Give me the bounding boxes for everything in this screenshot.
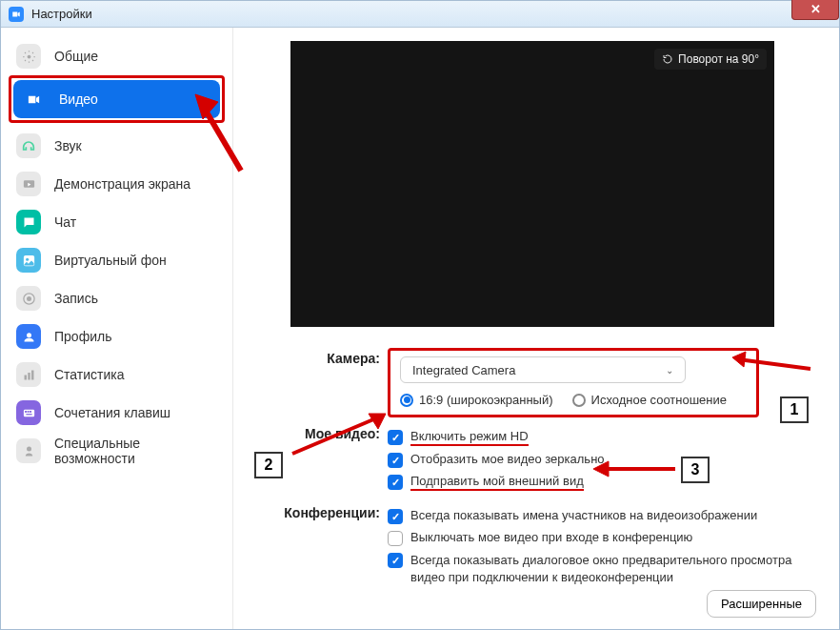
app-icon bbox=[9, 7, 24, 22]
checkbox-checked-icon bbox=[388, 509, 403, 524]
svg-rect-11 bbox=[25, 411, 27, 413]
svg-rect-14 bbox=[26, 414, 31, 415]
checkbox-checked-icon bbox=[388, 475, 403, 490]
preview-dialog-checkbox[interactable]: Всегда показывать диалоговое окно предва… bbox=[388, 552, 816, 585]
svg-rect-13 bbox=[30, 411, 31, 413]
sidebar-icon bbox=[16, 133, 41, 158]
titlebar: Настройки ✕ bbox=[1, 1, 839, 28]
window-title: Настройки bbox=[31, 7, 92, 21]
checkbox-unchecked-icon bbox=[388, 531, 403, 546]
svg-point-5 bbox=[27, 296, 31, 301]
aspect-16-9-label: 16:9 (широкоэкранный) bbox=[419, 393, 553, 407]
mirror-label: Отобразить мое видео зеркально bbox=[410, 452, 605, 466]
svg-point-3 bbox=[26, 257, 29, 260]
off-on-join-checkbox[interactable]: Выключать мое видео при входе в конферен… bbox=[388, 530, 816, 546]
content-pane: Поворот на 90° Камера: Integrated Camera… bbox=[233, 28, 839, 629]
sidebar-item-label: Демонстрация экрана bbox=[54, 176, 190, 192]
camera-select-value: Integrated Camera bbox=[412, 363, 515, 377]
annotation-3: 3 bbox=[681, 457, 710, 483]
meetings-label: Конференции: bbox=[256, 502, 388, 523]
sidebar-item-label: Общие bbox=[54, 49, 98, 64]
sidebar-icon bbox=[16, 362, 41, 387]
settings-window: Настройки ✕ ОбщиеВидеоЗвукДемонстрация э… bbox=[0, 0, 840, 630]
my-video-label: Мое видео: bbox=[256, 423, 388, 444]
rotate-icon bbox=[662, 53, 673, 65]
sidebar-icon bbox=[16, 286, 41, 311]
annotation-1: 1 bbox=[780, 396, 809, 423]
sidebar-item-label: Запись bbox=[54, 291, 98, 306]
sidebar-icon bbox=[16, 400, 41, 425]
sidebar-item-label: Чат bbox=[54, 214, 76, 230]
sidebar-item-10[interactable]: Специальные возможности bbox=[9, 432, 225, 470]
annotation-2: 2 bbox=[254, 452, 283, 478]
sidebar-item-4[interactable]: Чат bbox=[9, 203, 225, 241]
sidebar-item-8[interactable]: Статистика bbox=[9, 356, 225, 394]
sidebar-icon bbox=[16, 44, 41, 69]
sidebar-item-label: Звук bbox=[54, 138, 82, 153]
sidebar-item-label: Статистика bbox=[54, 367, 125, 382]
checkbox-checked-icon bbox=[388, 430, 403, 445]
preview-dialog-label: Всегда показывать диалоговое окно предва… bbox=[410, 552, 810, 585]
touchup-label: Подправить мой внешний вид bbox=[410, 474, 584, 491]
sidebar-item-5[interactable]: Виртуальный фон bbox=[9, 241, 225, 279]
sidebar-icon bbox=[16, 172, 41, 196]
sidebar-icon bbox=[16, 324, 41, 349]
sidebar-item-9[interactable]: Сочетания клавиш bbox=[9, 394, 225, 432]
svg-rect-7 bbox=[24, 375, 27, 379]
sidebar-icon bbox=[16, 210, 41, 234]
checkbox-checked-icon bbox=[388, 453, 403, 468]
sidebar-item-7[interactable]: Профиль bbox=[9, 317, 225, 356]
advanced-button[interactable]: Расширенные bbox=[707, 590, 816, 618]
svg-point-15 bbox=[27, 446, 31, 451]
camera-label: Камера: bbox=[256, 348, 388, 369]
sidebar-icon bbox=[16, 248, 41, 273]
sidebar: ОбщиеВидеоЗвукДемонстрация экранаЧатВирт… bbox=[1, 28, 233, 629]
sidebar-item-2[interactable]: Звук bbox=[9, 127, 225, 165]
aspect-16-9-radio[interactable]: 16:9 (широкоэкранный) bbox=[400, 393, 553, 407]
close-button[interactable]: ✕ bbox=[791, 0, 839, 20]
rotate-label: Поворот на 90° bbox=[678, 52, 759, 66]
svg-rect-8 bbox=[28, 373, 30, 380]
svg-point-6 bbox=[27, 333, 31, 337]
sidebar-item-label: Виртуальный фон bbox=[54, 253, 167, 268]
annotation-box-camera: Integrated Camera ⌄ 16:9 (широкоэкранный… bbox=[388, 348, 759, 417]
show-names-label: Всегда показывать имена участников на ви… bbox=[410, 508, 757, 522]
aspect-original-radio[interactable]: Исходное соотношение bbox=[572, 393, 728, 407]
annotation-box-sidebar: Видео bbox=[9, 75, 225, 123]
hd-label: Включить режим HD bbox=[410, 429, 529, 446]
sidebar-item-label: Сочетания клавиш bbox=[54, 405, 170, 420]
touchup-checkbox[interactable]: Подправить мой внешний вид bbox=[388, 474, 816, 491]
rotate-button[interactable]: Поворот на 90° bbox=[654, 49, 767, 70]
sidebar-item-label: Видео bbox=[59, 91, 98, 107]
svg-rect-12 bbox=[27, 411, 29, 413]
svg-rect-10 bbox=[23, 409, 33, 417]
video-preview: Поворот на 90° bbox=[290, 41, 774, 327]
svg-point-0 bbox=[27, 54, 30, 58]
checkbox-checked-icon bbox=[388, 553, 403, 568]
chevron-down-icon: ⌄ bbox=[666, 365, 673, 376]
camera-select[interactable]: Integrated Camera ⌄ bbox=[400, 356, 686, 383]
sidebar-item-label: Профиль bbox=[54, 329, 111, 344]
mirror-checkbox[interactable]: Отобразить мое видео зеркально bbox=[388, 452, 816, 468]
sidebar-icon bbox=[21, 87, 46, 112]
svg-rect-9 bbox=[31, 370, 34, 379]
hd-checkbox[interactable]: Включить режим HD bbox=[388, 429, 816, 446]
aspect-original-label: Исходное соотношение bbox=[591, 393, 728, 407]
sidebar-item-1[interactable]: Видео bbox=[13, 80, 220, 118]
sidebar-item-3[interactable]: Демонстрация экрана bbox=[9, 165, 225, 203]
sidebar-item-label: Специальные возможности bbox=[54, 436, 217, 466]
sidebar-icon bbox=[16, 438, 41, 463]
off-on-join-label: Выключать мое видео при входе в конферен… bbox=[410, 530, 692, 544]
show-names-checkbox[interactable]: Всегда показывать имена участников на ви… bbox=[388, 508, 816, 524]
sidebar-item-6[interactable]: Запись bbox=[9, 279, 225, 317]
close-icon: ✕ bbox=[810, 2, 821, 16]
sidebar-item-0[interactable]: Общие bbox=[9, 37, 225, 75]
